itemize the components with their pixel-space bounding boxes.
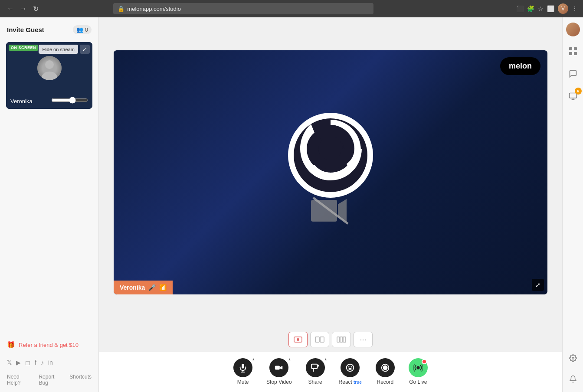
back-button[interactable]: ← [5,4,16,13]
cast-button[interactable]: ⬛ [516,5,524,12]
layout-single-button[interactable] [288,332,308,347]
svg-rect-13 [340,337,343,342]
spotify-icon[interactable]: ♪ [41,359,44,366]
invite-guest-label: Invite Guest [7,26,44,33]
react-toolbar-item[interactable]: Reacttrue [339,358,362,385]
grid-view-button[interactable] [565,43,581,59]
youtube-icon[interactable]: ▶ [16,359,21,366]
refer-bar[interactable]: 🎁 Refer a friend & get $10 [0,335,98,355]
beta-badge: true [354,380,362,385]
veronika-name: Veronika [120,284,145,291]
need-help-link[interactable]: Need Help? [7,374,33,386]
share-icon: ▲ [306,358,325,377]
main-content: melon Veronika 🎤 📶 ⤢ [99,17,562,392]
stop-video-toolbar-item[interactable]: ▲ Stop Video [266,358,292,385]
right-sidebar-avatar[interactable] [566,23,580,36]
video-container: melon Veronika 🎤 📶 ⤢ [114,50,547,294]
stop-video-icon: ▲ [269,358,288,377]
people-icon: 👥 [76,26,83,33]
svg-rect-14 [343,337,346,342]
layout-two-up-button[interactable] [310,332,329,347]
share-label: Share [308,379,322,385]
lock-icon: 🔒 [118,6,124,12]
mute-toolbar-item[interactable]: ▲ Mute [233,358,252,385]
report-bug-link[interactable]: Report Bug [39,374,64,386]
menu-button[interactable]: ⋮ [572,5,578,12]
extensions-button[interactable]: 🧩 [527,5,534,12]
participant-avatar [37,56,62,80]
participant-card: ON SCREEN Hide on stream ⤢ [6,42,92,109]
expand-button[interactable]: ⤢ [80,45,90,54]
shortcuts-link[interactable]: Shortcuts [69,374,92,386]
invite-guest-bar: Invite Guest 👥 0 [0,17,98,42]
melon-logo: melon [500,57,540,75]
notification-badge: 6 [575,88,582,95]
svg-rect-18 [311,364,317,369]
svg-rect-11 [320,337,324,342]
record-label: Record [377,379,394,385]
mute-icon: ▲ [233,358,252,377]
svg-rect-5 [311,200,337,222]
go-live-label: Go Live [409,379,427,385]
settings-button[interactable] [565,350,581,366]
signal-icon: 📶 [159,284,167,291]
right-sidebar: 6 [562,17,583,392]
svg-rect-12 [337,337,340,342]
share-chevron: ▲ [324,357,328,361]
svg-point-23 [416,366,419,369]
star-button[interactable]: ☆ [538,5,544,12]
mic-icon: 🎤 [148,284,156,291]
svg-point-9 [297,338,299,341]
left-sidebar: Invite Guest 👥 0 ON SCREEN [0,17,99,392]
video-off-icon [311,196,350,226]
app: Invite Guest 👥 0 ON SCREEN [0,17,583,392]
people-button[interactable]: 6 [565,88,581,104]
volume-slider-wrap [51,97,88,105]
svg-rect-10 [315,337,319,342]
volume-slider[interactable] [51,97,88,104]
notification-button[interactable] [565,371,581,387]
refresh-button[interactable]: ↻ [31,4,40,14]
obs-logo [287,112,374,199]
record-icon [376,358,395,377]
go-live-toolbar-item[interactable]: Go Live [409,358,428,385]
fullscreen-button[interactable]: ⤢ [532,279,544,291]
guest-count-number: 0 [85,26,88,33]
stop-video-label: Stop Video [266,379,292,385]
avatar-image [37,56,62,80]
instagram-icon[interactable]: ◻ [25,359,30,366]
record-toolbar-item[interactable]: Record [376,358,395,385]
bottom-toolbar: ▲ Mute ▲ Stop Video [99,352,562,392]
mute-label: Mute [237,379,249,385]
address-bar[interactable]: 🔒 melonapp.com/studio [113,3,373,14]
react-label: Reacttrue [339,379,362,385]
browser-avatar[interactable]: V [558,3,568,14]
svg-point-1 [42,72,57,80]
video-area: melon Veronika 🎤 📶 ⤢ [99,17,562,327]
svg-rect-26 [569,52,572,55]
layout-more-button[interactable]: ··· [354,332,373,347]
facebook-icon[interactable]: f [35,359,36,366]
svg-point-21 [383,366,387,370]
split-view-button[interactable]: ⬜ [547,5,554,12]
invite-guest-count[interactable]: 👥 0 [73,25,92,34]
mute-chevron: ▲ [252,357,255,361]
twitter-icon[interactable]: 𝕏 [7,359,12,366]
share-toolbar-item[interactable]: ▲ Share [306,358,325,385]
hide-on-stream-button[interactable]: Hide on stream [39,45,78,54]
layout-three-up-button[interactable] [332,332,351,347]
svg-rect-25 [574,47,577,50]
browser-chrome: ← → ↻ 🔒 melonapp.com/studio ⬛ 🧩 ☆ ⬜ V ⋮ [0,0,583,17]
more-dots: ··· [360,335,366,344]
svg-point-31 [572,357,574,359]
participant-name: Veronika [10,98,48,105]
go-live-dot [422,359,427,364]
video-background: melon Veronika 🎤 📶 ⤢ [114,50,547,294]
svg-rect-24 [569,47,572,50]
footer-links: Need Help? Report Bug Shortcuts [0,370,98,392]
linkedin-icon[interactable]: in [48,359,53,366]
browser-actions: ⬛ 🧩 ☆ ⬜ V ⋮ [516,3,578,14]
chat-button[interactable] [565,66,581,82]
forward-button[interactable]: → [18,4,29,13]
veronika-name-bar: Veronika 🎤 📶 [114,281,173,294]
